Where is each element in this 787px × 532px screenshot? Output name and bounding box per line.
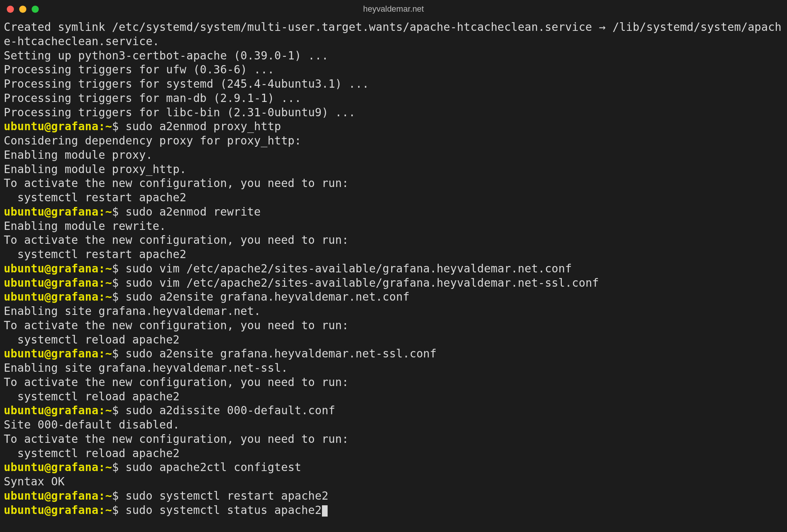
command-text: sudo apache2ctl configtest [125,461,301,474]
prompt-colon: : [98,347,105,360]
prompt-dollar: $ [112,489,125,502]
prompt-dollar: $ [112,461,125,474]
command-text: sudo vim /etc/apache2/sites-available/gr… [125,277,599,289]
prompt-at: @ [44,404,51,417]
terminal-line: To activate the new configuration, you n… [4,375,783,390]
prompt-at: @ [44,347,51,360]
window-title: heyvaldemar.net [0,4,787,14]
prompt-user: ubuntu [4,277,44,289]
prompt-user: ubuntu [4,120,44,133]
terminal-line: ubuntu@grafana:~$ sudo systemctl restart… [4,489,783,503]
prompt-user: ubuntu [4,461,44,474]
prompt-host: grafana [51,347,99,360]
prompt-colon: : [98,277,105,289]
terminal-line: Setting up python3-certbot-apache (0.39.… [4,49,783,63]
prompt-colon: : [98,404,105,417]
prompt-at: @ [44,504,51,517]
prompt-user: ubuntu [4,504,44,517]
prompt-colon: : [98,504,105,517]
terminal-line: Processing triggers for man-db (2.9.1-1)… [4,91,783,106]
minimize-icon[interactable] [19,6,26,13]
prompt-at: @ [44,205,51,218]
prompt-dollar: $ [112,120,125,133]
terminal-line: ubuntu@grafana:~$ sudo vim /etc/apache2/… [4,276,783,290]
prompt-dollar: $ [112,262,125,275]
terminal-line: systemctl restart apache2 [4,248,783,262]
zoom-icon[interactable] [32,6,39,13]
prompt-host: grafana [51,504,99,517]
prompt-dollar: $ [112,404,125,417]
terminal-line: ubuntu@grafana:~$ sudo vim /etc/apache2/… [4,262,783,276]
terminal-line: Enabling site grafana.heyvaldemar.net. [4,304,783,319]
prompt-dollar: $ [112,290,125,303]
prompt-path: ~ [105,262,112,275]
prompt-path: ~ [105,205,112,218]
terminal-line: systemctl reload apache2 [4,333,783,347]
terminal-line: Processing triggers for systemd (245.4-4… [4,77,783,91]
prompt-at: @ [44,461,51,474]
prompt-user: ubuntu [4,347,44,360]
terminal-line: Enabling module proxy_http. [4,163,783,177]
prompt-colon: : [98,205,105,218]
terminal-line: ubuntu@grafana:~$ sudo a2enmod proxy_htt… [4,120,783,134]
prompt-host: grafana [51,205,99,218]
terminal-line: To activate the new configuration, you n… [4,233,783,248]
prompt-path: ~ [105,120,112,133]
command-text: sudo a2ensite grafana.heyvaldemar.net.co… [125,290,409,303]
prompt-dollar: $ [112,205,125,218]
prompt-user: ubuntu [4,205,44,218]
terminal-line: To activate the new configuration, you n… [4,432,783,447]
window-controls [7,6,39,13]
command-text: sudo a2ensite grafana.heyvaldemar.net-ss… [125,347,436,360]
terminal-line: ubuntu@grafana:~$ sudo a2ensite grafana.… [4,290,783,304]
prompt-path: ~ [105,461,112,474]
prompt-at: @ [44,290,51,303]
command-text: sudo a2enmod rewrite [125,205,261,218]
close-icon[interactable] [7,6,14,13]
terminal-line: ubuntu@grafana:~$ sudo systemctl status … [4,503,783,518]
command-text: sudo a2enmod proxy_http [125,120,281,133]
prompt-dollar: $ [112,347,125,360]
terminal-line: Enabling site grafana.heyvaldemar.net-ss… [4,361,783,375]
command-text: sudo systemctl status apache2 [125,504,322,517]
command-text: sudo vim /etc/apache2/sites-available/gr… [125,262,572,275]
terminal-line: Enabling module rewrite. [4,219,783,234]
terminal-line: Considering dependency proxy for proxy_h… [4,134,783,148]
terminal-line: systemctl reload apache2 [4,390,783,404]
prompt-user: ubuntu [4,489,44,502]
prompt-host: grafana [51,290,99,303]
terminal-line: To activate the new configuration, you n… [4,319,783,333]
prompt-path: ~ [105,504,112,517]
prompt-path: ~ [105,347,112,360]
prompt-colon: : [98,262,105,275]
terminal-line: Site 000-default disabled. [4,418,783,432]
prompt-colon: : [98,120,105,133]
terminal-line: ubuntu@grafana:~$ sudo apache2ctl config… [4,461,783,475]
prompt-user: ubuntu [4,404,44,417]
terminal-line: Syntax OK [4,475,783,489]
terminal-line: ubuntu@grafana:~$ sudo a2ensite grafana.… [4,347,783,361]
terminal-line: systemctl reload apache2 [4,447,783,461]
prompt-dollar: $ [112,504,125,517]
prompt-path: ~ [105,404,112,417]
prompt-at: @ [44,262,51,275]
prompt-colon: : [98,461,105,474]
prompt-at: @ [44,120,51,133]
terminal-window: heyvaldemar.net Created symlink /etc/sys… [0,0,787,532]
prompt-host: grafana [51,489,99,502]
prompt-path: ~ [105,489,112,502]
prompt-host: grafana [51,120,99,133]
prompt-at: @ [44,277,51,289]
prompt-user: ubuntu [4,290,44,303]
prompt-colon: : [98,290,105,303]
titlebar: heyvaldemar.net [0,0,787,18]
terminal-line: systemctl restart apache2 [4,191,783,205]
prompt-path: ~ [105,290,112,303]
terminal-line: ubuntu@grafana:~$ sudo a2enmod rewrite [4,205,783,219]
prompt-path: ~ [105,277,112,289]
prompt-colon: : [98,489,105,502]
terminal-body[interactable]: Created symlink /etc/systemd/system/mult… [0,18,787,532]
terminal-line: ubuntu@grafana:~$ sudo a2dissite 000-def… [4,404,783,418]
prompt-user: ubuntu [4,262,44,275]
prompt-host: grafana [51,277,99,289]
